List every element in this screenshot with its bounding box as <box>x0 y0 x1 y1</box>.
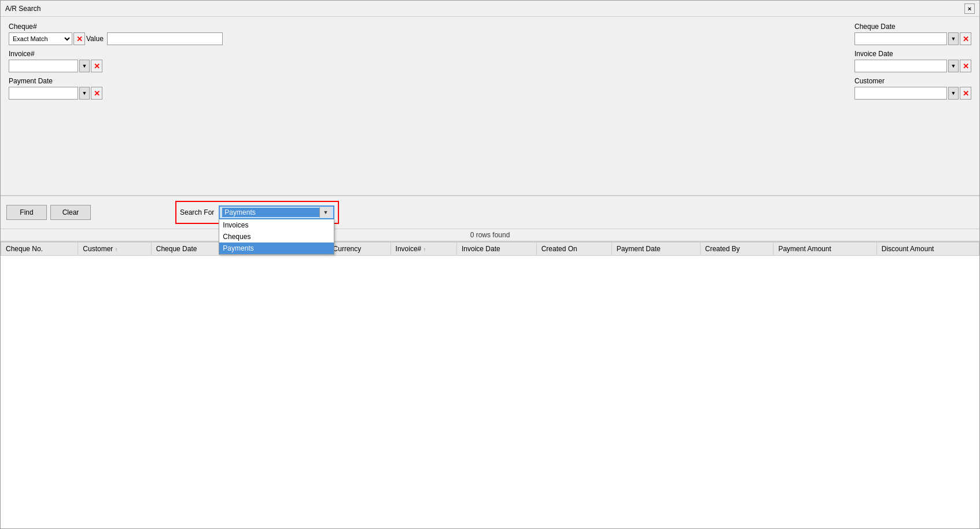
col-cheque-no[interactable]: Cheque No. <box>1 243 78 256</box>
col-invoice-date[interactable]: Invoice Date <box>456 243 536 256</box>
grid-container[interactable]: Cheque No. Customer ↑ Cheque Date Credit… <box>1 241 979 528</box>
cheque-label: Cheque# <box>9 23 223 31</box>
dropdown-item-cheques[interactable]: Cheques <box>219 231 334 243</box>
lower-panel: Find Clear Search For Payments ▼ Invoice… <box>1 196 979 528</box>
payment-date-dropdown-button[interactable]: ▼ <box>79 87 90 100</box>
payment-date-group: Payment Date ▼ ✕ <box>9 77 102 100</box>
cheque-date-label: Cheque Date <box>854 23 971 31</box>
invoice-dropdown-button[interactable]: ▼ <box>79 60 90 72</box>
payment-date-controls: ▼ ✕ <box>9 87 102 100</box>
search-for-select-box[interactable]: Payments ▼ <box>219 205 334 219</box>
invoice-date-group: Invoice Date ▼ ✕ <box>854 50 971 72</box>
customer-label: Customer <box>854 77 971 85</box>
invoice-clear-button[interactable]: ✕ <box>91 60 102 72</box>
cheque-row: Cheque# Exact Match Contains Starts With… <box>9 23 971 45</box>
col-payment-date[interactable]: Payment Date <box>611 243 700 256</box>
cheque-date-group: Cheque Date ▼ ✕ <box>854 23 971 45</box>
cheque-match-select[interactable]: Exact Match Contains Starts With <box>9 32 72 45</box>
window-title: A/R Search <box>5 5 40 13</box>
customer-clear-button[interactable]: ✕ <box>960 87 971 100</box>
search-for-label: Search For <box>180 205 214 219</box>
results-table: Cheque No. Customer ↑ Cheque Date Credit… <box>1 242 979 256</box>
col-customer[interactable]: Customer ↑ <box>78 243 151 256</box>
customer-dropdown-button[interactable]: ▼ <box>948 87 959 100</box>
search-for-arrow-icon: ▼ <box>319 207 331 218</box>
search-for-selected-text: Payments <box>222 208 319 217</box>
col-invoice-num[interactable]: Invoice# ↑ <box>390 243 456 256</box>
invoice-controls: ▼ ✕ <box>9 60 102 72</box>
invoice-date-label: Invoice Date <box>854 50 971 58</box>
find-button[interactable]: Find <box>6 205 47 220</box>
invoice-label: Invoice# <box>9 50 102 58</box>
invoice-group: Invoice# ▼ ✕ <box>9 50 102 72</box>
cheque-clear-button[interactable]: ✕ <box>73 32 85 45</box>
dropdown-item-payments[interactable]: Payments <box>219 243 334 254</box>
invoice-date-clear-button[interactable]: ✕ <box>960 60 971 72</box>
customer-controls: ▼ ✕ <box>854 87 971 100</box>
col-created-on[interactable]: Created On <box>536 243 611 256</box>
cheque-value-input[interactable] <box>107 32 223 45</box>
col-discount-amount[interactable]: Discount Amount <box>876 243 979 256</box>
cheque-date-dropdown-button[interactable]: ▼ <box>948 32 959 45</box>
rows-found-text: 0 rows found <box>470 231 510 239</box>
payment-date-clear-button[interactable]: ✕ <box>91 87 102 100</box>
invoice-row: Invoice# ▼ ✕ Invoice Date ▼ ✕ <box>9 50 971 72</box>
search-for-container: Payments ▼ Invoices Cheques Payments <box>219 205 334 219</box>
invoice-date-dropdown-button[interactable]: ▼ <box>948 60 959 72</box>
value-label: Value <box>86 32 104 45</box>
col-created-by[interactable]: Created By <box>700 243 773 256</box>
invoice-date-controls: ▼ ✕ <box>854 60 971 72</box>
customer-input[interactable] <box>854 87 947 100</box>
title-bar: A/R Search × <box>1 1 979 17</box>
cheque-date-input[interactable] <box>854 32 947 45</box>
invoice-input[interactable] <box>9 60 78 72</box>
status-bar: 0 rows found <box>1 229 979 241</box>
cheque-group: Cheque# Exact Match Contains Starts With… <box>9 23 223 45</box>
col-currency[interactable]: Currency <box>328 243 390 256</box>
upper-panel: Cheque# Exact Match Contains Starts With… <box>1 17 979 196</box>
close-button[interactable]: × <box>964 3 975 14</box>
payment-date-label: Payment Date <box>9 77 102 85</box>
payment-date-input[interactable] <box>9 87 78 100</box>
table-header-row: Cheque No. Customer ↑ Cheque Date Credit… <box>1 243 979 256</box>
clear-button[interactable]: Clear <box>50 205 91 220</box>
toolbar: Find Clear Search For Payments ▼ Invoice… <box>1 196 979 229</box>
cheque-date-controls: ▼ ✕ <box>854 32 971 45</box>
customer-group: Customer ▼ ✕ <box>854 77 971 100</box>
dropdown-item-invoices[interactable]: Invoices <box>219 219 334 231</box>
search-for-dropdown-popup: Invoices Cheques Payments <box>219 219 334 255</box>
col-payment-amount[interactable]: Payment Amount <box>773 243 876 256</box>
payment-row: Payment Date ▼ ✕ Customer ▼ ✕ <box>9 77 971 100</box>
cheque-date-clear-button[interactable]: ✕ <box>960 32 971 45</box>
invoice-date-input[interactable] <box>854 60 947 72</box>
main-window: A/R Search × Cheque# Exact Match Contain… <box>0 0 980 529</box>
search-for-wrapper: Search For Payments ▼ Invoices Cheques P… <box>175 201 339 224</box>
cheque-controls: Exact Match Contains Starts With ✕ Value <box>9 32 223 45</box>
